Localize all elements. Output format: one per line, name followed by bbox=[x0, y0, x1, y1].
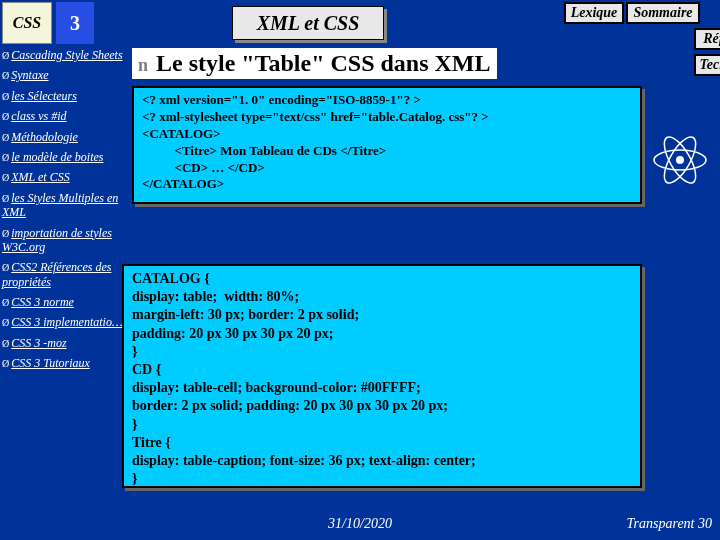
footer-date: 31/10/2020 bbox=[0, 516, 720, 532]
svg-point-3 bbox=[676, 156, 684, 164]
sidebar-item-modele[interactable]: Øle modèle de boites bbox=[2, 150, 130, 164]
refs-button[interactable]: Réfs bbox=[694, 28, 720, 50]
xml-code-block: <? xml version="1. 0" encoding="ISO-8859… bbox=[132, 86, 642, 204]
slide-heading: nLe style "Table" CSS dans XML bbox=[132, 48, 497, 79]
sidebar-item-css3tut[interactable]: ØCSS 3 Tutoriaux bbox=[2, 356, 130, 370]
sidebar-nav: ØCascading Style Sheets ØSyntaxe Øles Sé… bbox=[2, 48, 130, 377]
sidebar-item-xmlcss[interactable]: ØXML et CSS bbox=[2, 170, 130, 184]
sidebar-item-css2ref[interactable]: ØCSS2 Références des propriétés bbox=[2, 260, 130, 289]
sidebar-item-selecteurs[interactable]: Øles Sélecteurs bbox=[2, 89, 130, 103]
sidebar-item-classid[interactable]: Øclass vs #id bbox=[2, 109, 130, 123]
sidebar-item-methodologie[interactable]: ØMéthodologie bbox=[2, 130, 130, 144]
css3-badge: 3 bbox=[56, 2, 94, 44]
sidebar-item-css3norme[interactable]: ØCSS 3 norme bbox=[2, 295, 130, 309]
sidebar-item-css3impl[interactable]: ØCSS 3 implementatio… bbox=[2, 315, 130, 329]
sidebar-item-syntaxe[interactable]: ØSyntaxe bbox=[2, 68, 130, 82]
bullet-icon: n bbox=[138, 55, 148, 75]
css-logo: CSS bbox=[2, 2, 52, 44]
sidebar-item-cascading[interactable]: ØCascading Style Sheets bbox=[2, 48, 130, 62]
footer-page: Transparent 30 bbox=[627, 516, 712, 532]
css-code-block: CATALOG { display: table; width: 80%; ma… bbox=[122, 264, 642, 488]
sidebar-item-multiples[interactable]: Øles Styles Multiples en XML bbox=[2, 191, 130, 220]
lexique-button[interactable]: Lexique bbox=[564, 2, 624, 24]
techs-button[interactable]: Techs bbox=[694, 54, 720, 76]
sidebar-item-css3moz[interactable]: ØCSS 3 -moz bbox=[2, 336, 130, 350]
sommaire-button[interactable]: Sommaire bbox=[626, 2, 700, 24]
page-title: XML et CSS bbox=[232, 6, 384, 40]
sidebar-item-import[interactable]: Øimportation de styles W3C.org bbox=[2, 226, 130, 255]
atom-icon bbox=[650, 130, 710, 190]
